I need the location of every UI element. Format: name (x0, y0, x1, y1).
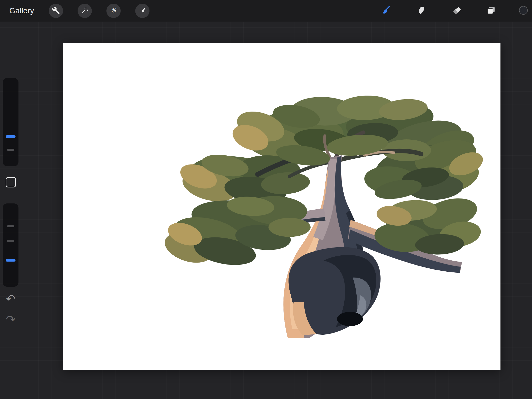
transform-button[interactable] (135, 4, 150, 18)
gallery-label: Gallery (9, 6, 34, 15)
brush-size-slider-handle[interactable] (6, 135, 16, 138)
wrench-icon (52, 6, 60, 16)
transform-arrow-icon (138, 6, 147, 16)
adjustments-button[interactable] (78, 4, 92, 18)
opacity-slider-mark-1 (7, 225, 14, 227)
procreate-window: Gallery S (0, 0, 532, 399)
layers-icon (486, 5, 496, 16)
brush-size-slider[interactable] (3, 78, 18, 166)
gallery-button[interactable]: Gallery (9, 0, 34, 22)
artwork-svg (63, 43, 500, 370)
svg-text:S: S (111, 6, 116, 14)
redo-button[interactable]: ↷ (3, 313, 18, 326)
selection-s-icon: S (109, 6, 118, 16)
modify-button[interactable] (6, 177, 16, 187)
eraser-icon (452, 5, 462, 16)
color-button[interactable] (516, 4, 531, 18)
paintbrush-icon (381, 5, 390, 16)
redo-arrow-icon: ↷ (6, 313, 16, 326)
undo-button[interactable]: ↶ (3, 292, 18, 305)
smudge-tool-button[interactable] (414, 4, 428, 18)
opacity-slider-handle[interactable] (6, 259, 16, 262)
selection-button[interactable]: S (106, 4, 121, 18)
layers-button[interactable] (484, 4, 498, 18)
magic-wand-icon (81, 6, 89, 16)
brush-opacity-slider[interactable] (3, 203, 18, 287)
top-toolbar: Gallery S (0, 0, 532, 22)
actions-button[interactable] (49, 4, 63, 18)
drawing-canvas[interactable] (63, 43, 500, 370)
paint-tool-button[interactable] (378, 4, 393, 18)
current-color-swatch (518, 5, 528, 16)
smudge-icon (416, 5, 426, 16)
erase-tool-button[interactable] (450, 4, 464, 18)
undo-arrow-icon: ↶ (6, 292, 16, 305)
brush-size-slider-mark (7, 149, 14, 151)
opacity-slider-mark-2 (7, 240, 14, 242)
